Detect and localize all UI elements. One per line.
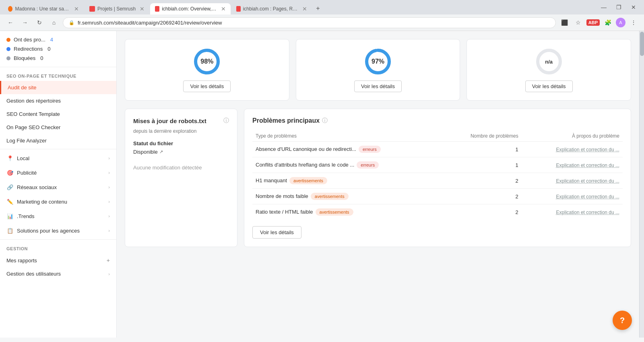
disponible-link[interactable]: Disponible ↗: [133, 149, 229, 155]
problem-count-4: 2: [443, 204, 521, 220]
sidebar-item-seo-content-template[interactable]: SEO Content Template: [0, 107, 116, 121]
explication-link-3[interactable]: Explication et correction du ...: [556, 194, 619, 200]
home-button[interactable]: ⌂: [48, 17, 60, 28]
sidebar-item-local[interactable]: 📍 Local ›: [0, 151, 116, 165]
explication-link-0[interactable]: Explication et correction du ...: [556, 147, 619, 152]
minimize-button[interactable]: —: [596, 3, 611, 14]
problem-count-0: 1: [443, 142, 521, 157]
voir-details-problems-btn[interactable]: Voir les détails: [252, 226, 301, 239]
problem-description-0: Absence d'URL canonique ou de redirecti.…: [252, 142, 443, 157]
sidebar-item-on-page-seo[interactable]: On Page SEO Checker: [0, 121, 116, 134]
sidebar-divider-3: [0, 239, 116, 240]
scrollbar[interactable]: [639, 31, 644, 338]
voir-details-btn-2[interactable]: Voir les détails: [354, 80, 402, 92]
browser-window: Madonna : Une star sans égale ✕ Projets …: [0, 0, 644, 31]
problem-link-2[interactable]: Explication et correction du ...: [522, 173, 623, 189]
sidebar-label-local: Local: [17, 155, 29, 161]
sidebar-item-log-file[interactable]: Log File Analyzer: [0, 134, 116, 147]
explication-link-1[interactable]: Explication et correction du ...: [556, 163, 619, 168]
reload-button[interactable]: ↻: [34, 17, 45, 28]
address-bar[interactable]: 🔒 fr.semrush.com/siteaudit/campaign/2069…: [63, 17, 556, 28]
explication-link-4[interactable]: Explication et correction du ...: [556, 210, 619, 215]
tab-favicon-ichbiah-pages: [236, 6, 241, 12]
robots-subtitle: depuis la dernière exploration: [133, 128, 229, 134]
tab-favicon-projets: [89, 6, 95, 12]
reseaux-icon: 🔗: [6, 183, 14, 191]
chevron-local: ›: [108, 156, 110, 161]
tab-close-projets[interactable]: ✕: [140, 6, 144, 12]
problem-description-4: Ratio texte / HTML faibleavertissements: [252, 204, 443, 220]
publicite-icon: 🎯: [6, 169, 14, 176]
sidebar-item-marketing-contenu[interactable]: ✏️ Marketing de contenu ›: [0, 194, 116, 209]
tab-close-ichbiah-overview[interactable]: ✕: [221, 6, 226, 12]
sidebar-label-log-file: Log File Analyzer: [6, 138, 47, 144]
sidebar-label-on-page: On Page SEO Checker: [6, 124, 60, 130]
window-controls: — ❐ ✕: [596, 3, 641, 14]
problem-description-2: H1 manquantavertissements: [252, 173, 443, 189]
back-button[interactable]: ←: [5, 17, 16, 28]
problem-link-3[interactable]: Explication et correction du ...: [522, 189, 623, 204]
bookmark-button[interactable]: ☆: [573, 17, 584, 28]
sidebar-item-gestion-utilisateurs[interactable]: Gestion des utilisateurs ›: [0, 267, 116, 280]
ring-na: n/a: [535, 47, 563, 76]
problem-row-3: Nombre de mots faibleavertissements2Expl…: [252, 189, 623, 204]
col-count-text: Nombre de problèmes: [471, 133, 518, 139]
stat-ont-value[interactable]: 4: [50, 37, 53, 43]
sidebar-item-mes-rapports[interactable]: Mes rapports +: [0, 253, 116, 267]
new-tab-button[interactable]: +: [313, 3, 323, 14]
problem-link-4[interactable]: Explication et correction du ...: [522, 204, 623, 220]
stat-bloquees-value: 0: [40, 55, 43, 61]
sidebar-divider-2: [0, 149, 116, 149]
help-button[interactable]: ?: [613, 311, 632, 330]
problems-title: Problèmes principaux ⓘ: [252, 117, 623, 124]
close-button[interactable]: ✕: [626, 3, 641, 14]
chevron-publicite: ›: [108, 170, 110, 175]
scrollbar-thumb[interactable]: [640, 32, 644, 56]
solutions-icon: 📋: [6, 227, 14, 234]
problem-link-0[interactable]: Explication et correction du ...: [522, 142, 623, 157]
voir-details-btn-1[interactable]: Voir les détails: [183, 80, 231, 92]
sidebar-item-trends[interactable]: 📊 .Trends ›: [0, 209, 116, 223]
sidebar-item-reseaux-sociaux[interactable]: 🔗 Réseaux sociaux ›: [0, 180, 116, 194]
forward-button[interactable]: →: [19, 17, 31, 28]
user-avatar[interactable]: A: [616, 18, 625, 27]
plus-icon-rapports[interactable]: +: [107, 257, 110, 264]
sidebar-divider-top: [0, 67, 116, 67]
problem-badge-2: avertissements: [289, 177, 327, 184]
sidebar-item-publicite[interactable]: 🎯 Publicité ›: [0, 165, 116, 180]
chevron-solutions: ›: [108, 228, 110, 233]
ring-97: 97%: [364, 47, 392, 76]
maximize-button[interactable]: ❐: [611, 3, 626, 14]
menu-button[interactable]: ⋮: [628, 17, 639, 28]
tab-title-madonna: Madonna : Une star sans égale: [15, 6, 70, 12]
tab-close-madonna[interactable]: ✕: [74, 6, 79, 12]
sidebar-item-solutions-agences[interactable]: 📋 Solutions pour les agences ›: [0, 223, 116, 238]
chevron-reseaux: ›: [108, 185, 110, 190]
sidebar-top-stats: Ont des pro... 4 Redirections 0 Bloquées…: [0, 31, 116, 65]
problems-card: Problèmes principaux ⓘ Type de problèmes…: [244, 109, 631, 247]
explication-link-2[interactable]: Explication et correction du ...: [556, 178, 619, 184]
adblock-button[interactable]: ABP: [586, 19, 600, 26]
voir-details-btn-3[interactable]: Voir les détails: [525, 80, 573, 92]
sidebar-label-gestion-rep: Gestion des répertoires: [6, 98, 61, 104]
sidebar: Ont des pro... 4 Redirections 0 Bloquées…: [0, 31, 117, 338]
tab-close-ichbiah-pages[interactable]: ✕: [302, 6, 307, 12]
problem-row-0: Absence d'URL canonique ou de redirecti.…: [252, 142, 623, 157]
robots-info-icon[interactable]: ⓘ: [223, 117, 229, 124]
tab-title-ichbiah-overview: ichbiah.com: Overview, Site Au...: [162, 6, 217, 12]
tab-projets[interactable]: Projets | Semrush ✕: [85, 3, 149, 14]
problems-info-icon[interactable]: ⓘ: [322, 117, 328, 124]
tab-madonna[interactable]: Madonna : Une star sans égale ✕: [3, 3, 84, 14]
sidebar-section-seo: SEO ON-PAGE ET TECHNIQUE: [0, 69, 116, 81]
tab-ichbiah-pages[interactable]: ichbiah.com : Pages, Recherche... ✕: [231, 3, 312, 14]
tab-title-projets: Projets | Semrush: [97, 6, 136, 12]
extensions-button[interactable]: 🧩: [602, 17, 613, 28]
sidebar-item-gestion-repertoires[interactable]: Gestion des répertoires: [0, 94, 116, 107]
sidebar-section-gestion: GESTION: [0, 241, 116, 253]
cast-button[interactable]: ⬛: [559, 17, 570, 28]
sidebar-item-audit-de-site[interactable]: Audit de site: [0, 81, 116, 94]
problem-link-1[interactable]: Explication et correction du ...: [522, 157, 623, 173]
problem-badge-3: avertissements: [311, 193, 349, 200]
tab-ichbiah-overview[interactable]: ichbiah.com: Overview, Site Au... ✕: [150, 3, 231, 14]
stat-redirections-value: 0: [47, 46, 50, 52]
